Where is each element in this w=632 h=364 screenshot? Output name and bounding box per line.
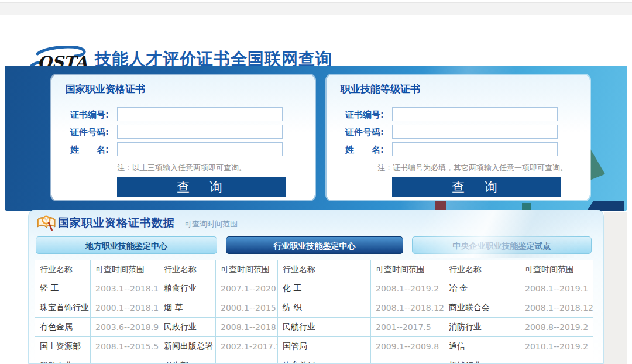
date-range-cell: 2008.1--2018.9: [91, 356, 159, 364]
panel-title: 职业技能等级证书: [341, 83, 420, 96]
date-range-cell: 2000.1--2015.6: [216, 298, 278, 318]
name-input[interactable]: [117, 142, 283, 156]
column-header: 可查时间范围: [216, 260, 278, 279]
column-header: 行业名称: [35, 260, 91, 279]
industry-name-cell: 化 工: [278, 279, 371, 298]
tab-central-enterprise-pilot[interactable]: 中央企业职业技能鉴定试点: [412, 236, 592, 254]
industry-name-cell: 消防行业: [444, 318, 520, 337]
date-range-cell: 2004.1--2018.12: [371, 356, 444, 364]
table-row: 船舶工业2008.1--2018.9卫生部2004.1--2018.4体育总局2…: [35, 356, 593, 364]
date-range-cell: 2008.8--2019.2: [520, 318, 593, 337]
industry-name-cell: 烟 草: [159, 298, 216, 318]
tab-local-appraisal-centers[interactable]: 地方职业技能鉴定中心: [36, 236, 217, 254]
date-range-cell: 2003--2018.12: [520, 356, 593, 364]
tab-bar: 地方职业技能鉴定中心 行业职业技能鉴定中心 中央企业职业技能鉴定试点: [29, 236, 604, 254]
date-range-cell: 2010.1--2019.2: [520, 337, 593, 356]
industry-name-cell: 民航行业: [278, 318, 371, 337]
panel-title: 国家职业资格证书: [66, 83, 145, 96]
tab-industry-appraisal-centers[interactable]: 行业职业技能鉴定中心: [226, 236, 403, 254]
column-header: 可查时间范围: [91, 260, 159, 279]
date-range-cell: 2002.1-2017.11: [216, 337, 278, 356]
query-button[interactable]: 查 询: [392, 177, 561, 197]
id-number-label: 证件号码:: [345, 127, 384, 138]
date-range-cell: 2008.1--2018.12: [520, 298, 593, 318]
industry-name-cell: 国土资源部: [35, 337, 91, 356]
certificate-no-input[interactable]: [392, 107, 558, 121]
column-header: 可查时间范围: [520, 260, 593, 279]
industry-name-cell: 机械行业: [444, 356, 520, 364]
industry-name-cell: 纺 织: [278, 298, 371, 318]
section-title: 国家职业资格证书数据: [58, 215, 175, 231]
certificate-no-label: 证书编号:: [345, 109, 384, 121]
date-range-cell: 2003.6--2018.9: [91, 318, 159, 337]
date-range-cell: 2009.1--2009.8: [371, 337, 444, 356]
skill-level-query-panel: 职业技能等级证书 证书编号: 证件号码: 姓 名: 注：证书编号为必填，其它两项…: [327, 75, 590, 200]
date-range-cell: 2000.1--2018.12: [91, 298, 159, 318]
industry-name-cell: 船舶工业: [35, 356, 91, 364]
column-header: 行业名称: [444, 260, 520, 279]
table-header-row: 行业名称可查时间范围行业名称可查时间范围行业名称可查时间范围行业名称可查时间范围: [35, 260, 593, 279]
industry-name-cell: 体育总局: [278, 356, 371, 364]
id-number-input[interactable]: [392, 125, 558, 139]
name-label: 姓 名:: [70, 145, 109, 156]
industry-name-cell: 通信: [444, 337, 520, 356]
industry-name-cell: 轻 工: [35, 279, 91, 298]
section-subtitle: 可查询时间范围: [184, 219, 238, 229]
industry-name-cell: 粮食行业: [159, 279, 216, 298]
table-row: 珠宝首饰行业2000.1--2018.12烟 草2000.1--2015.6纺 …: [35, 298, 593, 318]
certificate-no-input[interactable]: [117, 107, 283, 121]
industry-name-cell: 商业联合会: [444, 298, 520, 318]
name-label: 姓 名:: [345, 145, 384, 156]
column-header: 行业名称: [159, 260, 216, 279]
query-range-table: 行业名称可查时间范围行业名称可查时间范围行业名称可查时间范围行业名称可查时间范围…: [35, 260, 593, 364]
date-range-cell: 2004.1--2018.4: [216, 356, 278, 364]
query-hint: 注：证书编号为必填，其它两项输入任意一项即可查询。: [377, 163, 568, 173]
top-bar: [0, 2, 632, 15]
table-row: 有色金属2003.6--2018.9民政行业2008.1--2018.12民航行…: [35, 318, 593, 337]
column-header: 可查时间范围: [371, 260, 444, 279]
page-background-strip: [604, 212, 627, 364]
table-row: 国土资源部2008.1--2015.5新闻出版总署2002.1-2017.11国…: [35, 337, 593, 356]
date-range-cell: 2008.1--2015.5: [91, 337, 159, 356]
name-input[interactable]: [392, 142, 558, 156]
national-qualification-query-panel: 国家职业资格证书 证书编号: 证件号码: 姓 名: 注：以上三项输入任意两项即可…: [51, 75, 315, 200]
date-range-cell: 2003.1--2018.12: [91, 279, 159, 298]
date-range-cell: 2008.1--2019.1: [520, 279, 593, 298]
site-header: OSTA 技能人才评价证书全国联网查询: [0, 15, 632, 66]
date-range-cell: 2001--2017.5: [371, 318, 444, 337]
date-range-cell: 2008.1--2019.2: [371, 279, 444, 298]
hero-banner: 国家职业资格证书 证书编号: 证件号码: 姓 名: 注：以上三项输入任意两项即可…: [5, 66, 627, 211]
industry-name-cell: 有色金属: [35, 318, 91, 337]
industry-name-cell: 国管局: [278, 337, 371, 356]
industry-name-cell: 民政行业: [159, 318, 216, 337]
date-range-cell: 2008.1--2018.12: [371, 298, 444, 318]
id-number-input[interactable]: [117, 125, 283, 139]
table-row: 轻 工2003.1--2018.12粮食行业2007.1--2020.10化 工…: [35, 279, 593, 298]
book-magnifier-icon: [36, 214, 56, 232]
industry-name-cell: 卫生部: [159, 356, 216, 364]
table-body: 轻 工2003.1--2018.12粮食行业2007.1--2020.10化 工…: [35, 279, 593, 364]
industry-name-cell: 珠宝首饰行业: [35, 298, 91, 318]
data-section: 国家职业资格证书数据 可查询时间范围 地方职业技能鉴定中心 行业职业技能鉴定中心…: [28, 210, 604, 364]
industry-name-cell: 冶 金: [444, 279, 520, 298]
page: OSTA 技能人才评价证书全国联网查询 国家职业资格证书 证书编号: 证件号码:…: [0, 0, 632, 364]
column-header: 行业名称: [278, 260, 371, 279]
query-hint: 注：以上三项输入任意两项即可查询。: [117, 163, 246, 173]
date-range-cell: 2007.1--2020.10: [216, 279, 278, 298]
query-button[interactable]: 查 询: [117, 177, 286, 197]
industry-name-cell: 新闻出版总署: [159, 337, 216, 356]
id-number-label: 证件号码:: [70, 127, 109, 138]
certificate-no-label: 证书编号:: [70, 109, 109, 121]
date-range-cell: 2008.1--2018.12: [216, 318, 278, 337]
